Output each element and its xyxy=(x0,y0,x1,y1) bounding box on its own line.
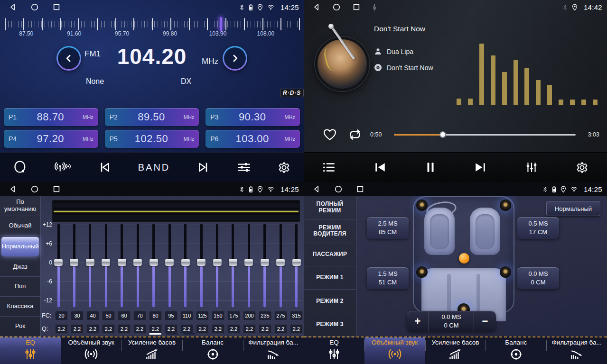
fc-value-box[interactable]: 110 xyxy=(180,311,193,320)
recents-icon[interactable] xyxy=(52,185,61,193)
tuning-indicator[interactable] xyxy=(220,17,222,31)
eq-band-slider-3[interactable] xyxy=(86,224,94,308)
playlist-icon[interactable] xyxy=(322,162,336,173)
mode-2[interactable]: РЕЖИМ ВОДИТЕЛЯ xyxy=(304,219,356,243)
q-value-box[interactable]: 2.2 xyxy=(180,324,193,334)
fc-value-box[interactable]: 20 xyxy=(55,311,68,320)
eq-slider-thumb[interactable] xyxy=(292,259,301,266)
tab-eq[interactable]: EQ xyxy=(304,337,364,364)
seek-bar-knob[interactable] xyxy=(439,131,446,138)
eq-slider-thumb[interactable] xyxy=(213,259,222,266)
fc-value-box[interactable]: 30 xyxy=(71,311,84,320)
back-icon[interactable] xyxy=(312,3,321,11)
profile-button[interactable]: Нормальный xyxy=(546,201,600,216)
eq-page-dot[interactable] xyxy=(183,333,196,335)
eq-preset-6[interactable]: Классика xyxy=(0,297,40,317)
seek-down-button[interactable] xyxy=(56,46,81,71)
previous-track-icon[interactable] xyxy=(373,161,387,173)
recents-icon[interactable] xyxy=(352,3,361,11)
radio-preset-p5[interactable]: P5102.50MHz xyxy=(105,130,199,148)
tab-filter[interactable]: Фильтрация ба... xyxy=(546,337,607,364)
pause-icon[interactable] xyxy=(425,161,436,173)
tab-surround[interactable]: Объёмный звук xyxy=(61,337,121,364)
delay-front-left-button[interactable]: 2.5 MS 85 CM xyxy=(367,217,409,239)
eq-slider-thumb[interactable] xyxy=(118,259,126,266)
home-icon[interactable] xyxy=(30,185,39,193)
radio-preset-p3[interactable]: P390.30MHz xyxy=(205,108,300,126)
eq-band-slider-8[interactable] xyxy=(165,224,174,308)
back-icon[interactable] xyxy=(9,3,17,11)
fc-value-box[interactable]: 315 xyxy=(290,311,303,320)
seek-up-button[interactable] xyxy=(223,46,247,71)
fc-value-box[interactable]: 70 xyxy=(133,311,146,320)
q-value-box[interactable]: 2.2 xyxy=(149,324,162,334)
mode-1[interactable]: ПОЛНЫЙ РЕЖИМ xyxy=(304,196,356,219)
seek-bar[interactable] xyxy=(394,134,576,136)
fc-value-box[interactable]: 60 xyxy=(118,311,131,320)
q-value-box[interactable]: 2.2 xyxy=(71,324,84,334)
q-value-box[interactable]: 2.2 xyxy=(165,324,177,334)
delay-rear-right-button[interactable]: 0.0 MS 0 CM xyxy=(517,267,559,289)
eq-slider-thumb[interactable] xyxy=(165,259,174,266)
q-value-box[interactable]: 2.2 xyxy=(290,324,303,334)
fc-value-box[interactable]: 235 xyxy=(259,311,271,320)
eq-band-slider-6[interactable] xyxy=(133,224,142,308)
broadcast-antenna-icon[interactable] xyxy=(54,161,71,173)
mode-5[interactable]: РЕЖИМ 2 xyxy=(304,290,356,313)
q-value-box[interactable]: 2.2 xyxy=(102,324,115,334)
fc-value-box[interactable]: 150 xyxy=(212,311,224,320)
eq-page-dot[interactable] xyxy=(149,333,161,335)
delay-decrease-button[interactable]: − xyxy=(474,311,496,332)
eq-band-slider-9[interactable] xyxy=(181,224,190,308)
q-value-box[interactable]: 2.2 xyxy=(118,324,131,334)
eq-slider-thumb[interactable] xyxy=(86,259,94,266)
eq-preset-3[interactable]: Нормальный xyxy=(1,237,39,256)
eq-slider-thumb[interactable] xyxy=(276,259,285,266)
scan-search-icon[interactable] xyxy=(13,160,28,174)
mode-6[interactable]: РЕЖИМ 3 xyxy=(304,313,356,337)
eq-slider-thumb[interactable] xyxy=(261,259,269,266)
fc-value-box[interactable]: 50 xyxy=(102,311,115,320)
tab-surround[interactable]: Объёмный звук xyxy=(364,337,425,364)
eq-band-slider-4[interactable] xyxy=(102,224,110,308)
radio-preset-p2[interactable]: P289.50MHz xyxy=(105,108,199,126)
settings-gear-icon[interactable] xyxy=(576,161,588,174)
back-icon[interactable] xyxy=(9,185,17,193)
eq-page-dot[interactable] xyxy=(166,333,178,335)
eq-slider-thumb[interactable] xyxy=(133,259,142,266)
eq-slider-thumb[interactable] xyxy=(181,259,190,266)
eq-band-slider-10[interactable] xyxy=(197,224,205,308)
eq-band-slider-5[interactable] xyxy=(118,224,126,308)
frequency-scale[interactable] xyxy=(5,17,299,31)
recents-icon[interactable] xyxy=(356,185,364,193)
tab-balance[interactable]: Баланс xyxy=(182,337,243,364)
eq-preset-2[interactable]: Обычай xyxy=(0,216,40,236)
eq-slider-thumb[interactable] xyxy=(102,259,110,266)
eq-band-slider-13[interactable] xyxy=(244,224,253,308)
tab-balance[interactable]: Баланс xyxy=(486,337,546,364)
eq-band-slider-12[interactable] xyxy=(229,224,237,308)
eq-preset-5[interactable]: Поп xyxy=(0,277,40,297)
tab-bass[interactable]: Усиление басов xyxy=(425,337,486,364)
delay-increase-button[interactable]: + xyxy=(407,311,429,332)
q-value-box[interactable]: 2.2 xyxy=(227,324,240,334)
eq-preset-7[interactable]: Рок xyxy=(0,317,40,337)
eq-slider-thumb[interactable] xyxy=(149,259,158,266)
radio-preset-p4[interactable]: P497.20MHz xyxy=(4,130,98,148)
equalizer-sliders-icon[interactable] xyxy=(237,161,251,173)
mode-4[interactable]: РЕЖИМ 1 xyxy=(304,266,356,290)
eq-band-slider-16[interactable] xyxy=(292,224,301,308)
next-track-icon[interactable] xyxy=(473,161,487,173)
delay-front-right-button[interactable]: 0.5 MS 17 CM xyxy=(517,217,559,239)
eq-preset-1[interactable]: По умолчанию xyxy=(0,196,40,216)
eq-slider-thumb[interactable] xyxy=(70,259,78,266)
fc-value-box[interactable]: 200 xyxy=(243,311,256,320)
eq-slider-thumb[interactable] xyxy=(229,259,237,266)
home-icon[interactable] xyxy=(30,3,39,11)
listening-position-ball[interactable] xyxy=(459,253,469,264)
settings-gear-icon[interactable] xyxy=(278,161,290,174)
fc-value-box[interactable]: 40 xyxy=(86,311,99,320)
recents-icon[interactable] xyxy=(52,3,61,11)
q-value-box[interactable]: 2.2 xyxy=(274,324,287,334)
eq-band-slider-7[interactable] xyxy=(149,224,158,308)
